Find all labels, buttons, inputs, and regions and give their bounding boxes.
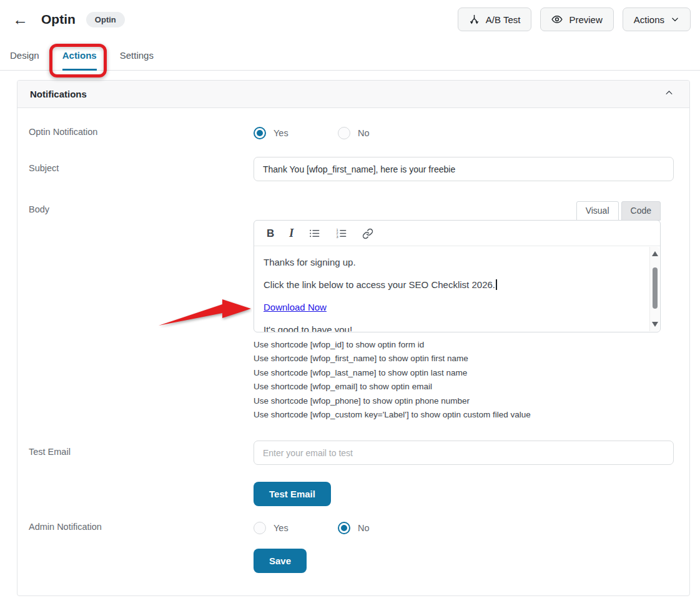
shortcode-help: Use shortcode [wfop_id] to show optin fo… [254,338,661,422]
top-header: ← Optin Optin A/B Test Preview Actions [0,0,700,31]
radio-label-no: No [358,523,370,533]
notifications-panel-header[interactable]: Notifications [17,81,689,108]
scrollbar-thumb[interactable] [653,267,658,309]
editor-content[interactable]: Thanks for signing up. Click the link be… [254,246,660,332]
spacer [17,549,254,573]
preview-label: Preview [569,14,602,25]
download-now-link[interactable]: Download Now [264,302,327,312]
back-arrow-icon[interactable]: ← [10,11,31,29]
admin-notification-yes-radio[interactable]: Yes [254,522,338,534]
save-button[interactable]: Save [254,549,307,573]
test-email-button-row: Test Email [17,482,689,506]
ab-test-button[interactable]: A/B Test [458,7,532,31]
optin-notification-row: Optin Notification Yes No [17,127,689,139]
editor-mode-tabs: Visual Code [254,201,661,220]
radio-selected-icon [254,127,266,139]
shortcode-help-line: Use shortcode [wfop_custom key='Label'] … [254,408,661,422]
editor-scrollbar[interactable] [649,247,659,331]
optin-notification-label: Optin Notification [17,127,254,139]
radio-selected-icon [338,522,350,534]
scroll-down-icon[interactable] [652,322,658,327]
radio-label-yes: Yes [274,128,288,138]
editor-toolbar: B I 1 2 [254,221,660,246]
subject-input[interactable] [254,157,674,181]
editor-code-tab[interactable]: Code [621,201,661,221]
admin-notification-no-radio[interactable]: No [338,522,422,534]
admin-notification-row: Admin Notification Yes No [17,522,689,534]
editor-visual-tab[interactable]: Visual [576,201,619,221]
chevron-down-icon [671,15,679,24]
actions-dropdown-button[interactable]: Actions [623,7,691,31]
tab-bar: Design Actions Settings [0,31,700,71]
svg-text:3: 3 [337,235,338,239]
spacer [17,482,254,506]
editor-paragraph: Thanks for signing up. [264,256,635,269]
shortcode-help-line: Use shortcode [wfop_first_name] to show … [254,352,661,366]
body-label: Body [17,201,254,422]
link-icon[interactable] [362,228,373,239]
preview-button[interactable]: Preview [540,7,613,31]
admin-notification-label: Admin Notification [17,522,254,534]
chevron-up-icon[interactable] [664,88,674,100]
notifications-panel-body: Optin Notification Yes No Subject Body [17,108,689,596]
test-email-label: Test Email [17,441,254,465]
notifications-panel-title: Notifications [30,89,87,99]
radio-label-yes: Yes [274,523,288,533]
tab-actions[interactable]: Actions [62,50,97,70]
test-email-row: Test Email [17,441,689,465]
save-row: Save [17,549,689,573]
italic-icon[interactable]: I [289,227,293,240]
optin-notification-radio-group: Yes No [254,127,422,139]
editor-paragraph: Download Now [264,301,635,314]
shortcode-help-line: Use shortcode [wfop_id] to show optin fo… [254,338,661,352]
optin-notification-yes-radio[interactable]: Yes [254,127,338,139]
subject-label: Subject [17,157,254,181]
ab-test-label: A/B Test [486,14,521,25]
rich-text-editor: B I 1 2 [254,220,661,332]
shortcode-help-line: Use shortcode [wfop_last_name] to show o… [254,366,661,380]
body-editor-column: Visual Code B I [254,201,661,422]
ab-split-icon [469,14,480,25]
radio-unselected-icon [254,522,266,534]
text-caret [496,279,497,290]
radio-label-no: No [358,128,370,138]
radio-unselected-icon [338,127,350,139]
page-title: Optin [41,12,76,27]
body-row: Body Visual Code B I [17,201,689,422]
subject-row: Subject [17,157,689,181]
bold-icon[interactable]: B [267,227,274,240]
numbered-list-icon[interactable]: 1 2 3 [335,227,347,239]
eye-icon [551,14,563,25]
admin-notification-radio-group: Yes No [254,522,422,534]
editor-paragraph: Click the link below to access your SEO … [264,278,635,291]
editor-paragraph: It's good to have you! [264,323,635,332]
bullet-list-icon[interactable] [308,227,320,239]
scroll-up-icon[interactable] [652,251,658,256]
optin-type-badge: Optin [86,12,125,27]
shortcode-help-line: Use shortcode [wfop_email] to show optin… [254,380,661,394]
tab-settings[interactable]: Settings [120,50,154,70]
shortcode-help-line: Use shortcode [wfop_phone] to show optin… [254,394,661,408]
header-left: ← Optin Optin [10,11,125,29]
tab-design[interactable]: Design [10,50,39,70]
optin-notification-no-radio[interactable]: No [338,127,422,139]
test-email-input[interactable] [254,441,674,465]
header-actions: A/B Test Preview Actions [458,7,691,31]
notifications-panel: Notifications Optin Notification Yes No [17,80,690,596]
test-email-button[interactable]: Test Email [254,482,331,506]
actions-label: Actions [634,14,664,25]
